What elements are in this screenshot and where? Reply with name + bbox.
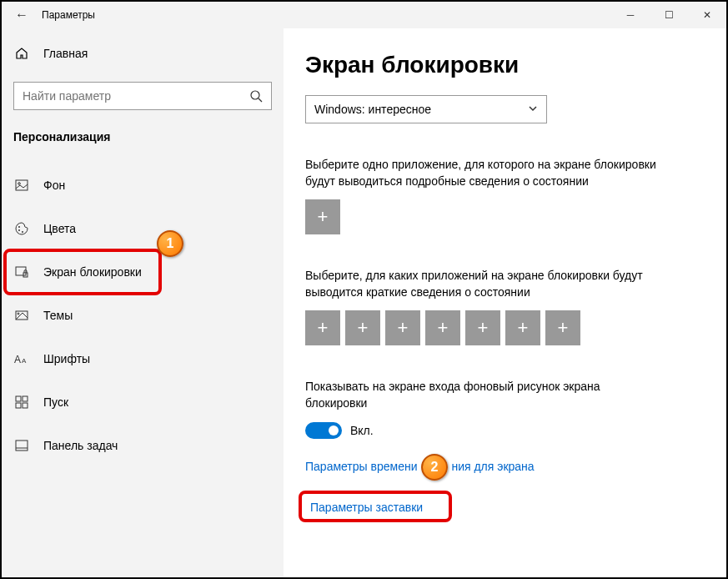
- detailed-status-desc: Выберите одно приложение, для которого н…: [305, 157, 664, 189]
- search-input[interactable]: [14, 89, 241, 103]
- add-detailed-app-button[interactable]: +: [305, 199, 340, 234]
- sidebar-item-label: Пуск: [30, 395, 68, 409]
- svg-text:A: A: [14, 354, 21, 365]
- svg-rect-14: [23, 396, 28, 401]
- add-quick-app-button[interactable]: +: [425, 310, 460, 345]
- page-title: Экран блокировки: [305, 52, 705, 78]
- window-title: Параметры: [35, 9, 95, 21]
- sidebar-item-colors[interactable]: Цвета: [8, 207, 277, 250]
- svg-point-4: [18, 226, 20, 228]
- signin-bg-toggle[interactable]: [305, 422, 342, 439]
- toggle-state-label: Вкл.: [350, 424, 374, 437]
- svg-rect-13: [16, 396, 21, 401]
- home-label: Главная: [30, 47, 88, 60]
- quick-status-desc: Выберите, для каких приложений на экране…: [305, 268, 664, 300]
- sidebar-item-start[interactable]: Пуск: [8, 380, 277, 424]
- add-quick-app-button[interactable]: +: [305, 310, 340, 345]
- sidebar: Главная Персонализация Фон Цвета: [2, 28, 284, 577]
- screen-timeout-link-cont[interactable]: ния для экрана: [451, 460, 534, 473]
- sidebar-item-fonts[interactable]: AA Шрифты: [8, 337, 277, 380]
- start-icon: [13, 395, 30, 409]
- add-quick-app-button[interactable]: +: [345, 310, 380, 345]
- sidebar-item-taskbar[interactable]: Панель задач: [8, 424, 277, 467]
- svg-point-6: [22, 231, 23, 233]
- svg-rect-16: [23, 403, 28, 408]
- minimize-button[interactable]: ─: [611, 2, 650, 28]
- section-title: Персонализация: [8, 130, 277, 164]
- add-quick-app-button[interactable]: +: [385, 310, 420, 345]
- sidebar-item-label: Экран блокировки: [30, 265, 142, 279]
- main-content: Экран блокировки Windows: интересное Выб…: [284, 28, 726, 577]
- taskbar-icon: [13, 439, 30, 452]
- svg-point-5: [18, 229, 20, 231]
- sidebar-item-lockscreen[interactable]: Экран блокировки: [8, 250, 277, 294]
- svg-line-1: [259, 98, 262, 102]
- svg-rect-2: [16, 180, 28, 190]
- svg-text:A: A: [22, 357, 27, 365]
- annotation-badge-2: 2: [421, 454, 448, 481]
- add-quick-app-button[interactable]: +: [545, 310, 580, 345]
- search-icon: [241, 89, 271, 103]
- screensaver-link[interactable]: Параметры заставки: [305, 497, 428, 517]
- sidebar-item-label: Фон: [30, 179, 65, 192]
- background-dropdown[interactable]: Windows: интересное: [305, 95, 547, 123]
- close-button[interactable]: ✕: [688, 2, 726, 28]
- sidebar-item-label: Шрифты: [30, 352, 90, 365]
- settings-window: ← Параметры ─ ☐ ✕ Главная Персонализация: [2, 2, 726, 577]
- signin-bg-desc: Показывать на экране входа фоновый рисун…: [305, 379, 664, 411]
- palette-icon: [13, 222, 30, 235]
- sidebar-item-themes[interactable]: Темы: [8, 294, 277, 337]
- themes-icon: [13, 309, 30, 322]
- chevron-down-icon: [528, 103, 538, 116]
- add-quick-app-button[interactable]: +: [505, 310, 540, 345]
- sidebar-item-label: Цвета: [30, 222, 76, 235]
- svg-point-0: [251, 91, 259, 99]
- home-icon: [13, 47, 30, 60]
- add-quick-app-button[interactable]: +: [465, 310, 500, 345]
- maximize-button[interactable]: ☐: [650, 2, 688, 28]
- screen-timeout-link[interactable]: Параметры времени: [305, 460, 418, 473]
- back-button[interactable]: ←: [8, 2, 35, 28]
- search-box[interactable]: [13, 82, 272, 110]
- svg-point-10: [18, 313, 19, 315]
- titlebar: ← Параметры ─ ☐ ✕: [2, 2, 726, 28]
- svg-rect-15: [16, 403, 21, 408]
- sidebar-item-label: Темы: [30, 309, 73, 322]
- dropdown-value: Windows: интересное: [314, 103, 431, 116]
- image-icon: [13, 179, 30, 192]
- home-nav[interactable]: Главная: [8, 37, 277, 70]
- svg-point-3: [18, 183, 21, 185]
- sidebar-item-label: Панель задач: [30, 439, 118, 452]
- svg-rect-17: [16, 441, 28, 451]
- sidebar-item-background[interactable]: Фон: [8, 164, 277, 207]
- fonts-icon: AA: [13, 353, 30, 365]
- lockscreen-icon: [13, 265, 30, 279]
